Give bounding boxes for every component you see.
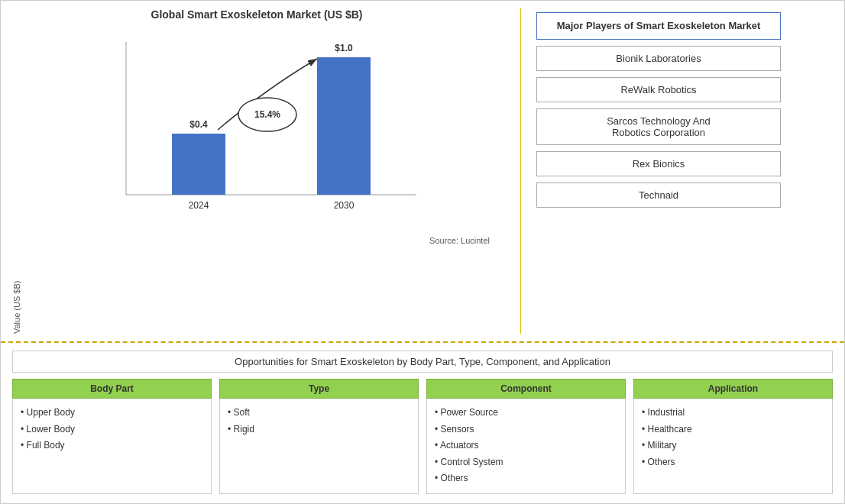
main-container: Global Smart Exoskeleton Market (US $B) … [0, 0, 845, 504]
application-header: Application [633, 379, 833, 399]
component-body: Power Source Sensors Actuators Control S… [426, 399, 626, 494]
application-col: Application Industrial Healthcare Milita… [633, 379, 833, 494]
player-item-3: Sarcos Technology AndRobotics Corporatio… [536, 108, 781, 145]
application-body: Industrial Healthcare Military Others [633, 399, 833, 494]
chart-title: Global Smart Exoskeleton Market (US $B) [151, 8, 363, 21]
body-part-col: Body Part Upper Body Lower Body Full Bod… [12, 379, 212, 494]
body-part-header: Body Part [12, 379, 212, 399]
component-col: Component Power Source Sensors Actuators… [426, 379, 626, 494]
body-part-body: Upper Body Lower Body Full Body [12, 399, 212, 494]
application-item-1: Industrial [642, 405, 824, 422]
chart-wrapper: Value (US $B) $0.4 2024 [8, 27, 505, 334]
component-item-5: Others [435, 470, 617, 487]
svg-text:2030: 2030 [333, 200, 354, 211]
application-item-3: Military [642, 438, 824, 454]
component-item-2: Sensors [435, 422, 617, 438]
svg-text:2024: 2024 [188, 200, 209, 211]
player-item-2: ReWalk Robotics [536, 77, 781, 102]
player-item-5: Technaid [536, 183, 781, 208]
chart-svg: $0.4 2024 $1.0 2030 [80, 27, 447, 233]
component-item-1: Power Source [435, 405, 617, 422]
component-item-4: Control System [435, 454, 617, 471]
players-panel: Major Players of Smart Exoskeleton Marke… [521, 1, 796, 341]
top-section: Global Smart Exoskeleton Market (US $B) … [1, 1, 844, 343]
type-item-1: Soft [228, 405, 410, 422]
type-body: Soft Rigid [219, 399, 419, 494]
svg-text:15.4%: 15.4% [254, 109, 280, 120]
component-item-3: Actuators [435, 438, 617, 454]
application-item-4: Others [642, 454, 824, 471]
svg-text:$0.4: $0.4 [189, 119, 208, 130]
body-part-item-2: Lower Body [21, 422, 203, 438]
players-title: Major Players of Smart Exoskeleton Marke… [536, 12, 781, 40]
type-item-2: Rigid [228, 422, 410, 438]
bar-2024 [172, 134, 225, 195]
type-col: Type Soft Rigid [219, 379, 419, 494]
body-part-item-3: Full Body [21, 438, 203, 454]
type-header: Type [219, 379, 419, 399]
player-item-4: Rex Bionics [536, 151, 781, 176]
chart-inner: $0.4 2024 $1.0 2030 [21, 27, 505, 334]
chart-area: Global Smart Exoskeleton Market (US $B) … [1, 1, 520, 341]
svg-text:$1.0: $1.0 [335, 43, 353, 53]
opportunities-title: Opportunities for Smart Exoskeleton by B… [12, 351, 833, 373]
application-item-2: Healthcare [642, 422, 824, 438]
body-part-item-1: Upper Body [21, 405, 203, 422]
source-label: Source: Lucintel [21, 236, 505, 245]
component-header: Component [426, 379, 626, 399]
player-item-1: Bionik Laboratories [536, 46, 781, 71]
categories-row: Body Part Upper Body Lower Body Full Bod… [12, 379, 833, 494]
bottom-section: Opportunities for Smart Exoskeleton by B… [1, 343, 844, 503]
bar-2030 [317, 57, 371, 195]
y-axis-label: Value (US $B) [8, 27, 21, 334]
